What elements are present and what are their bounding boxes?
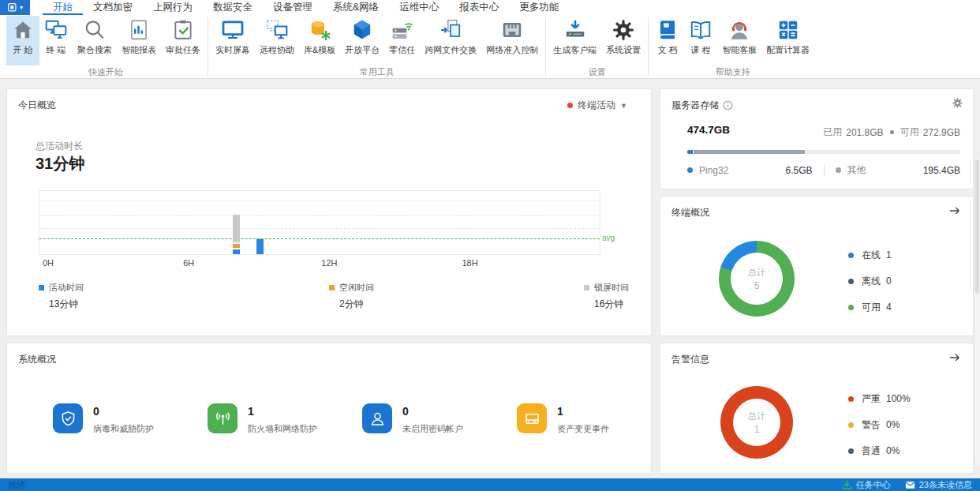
ribbon-button[interactable]: 智能报表 [117,16,161,66]
download-task-icon [842,480,852,490]
support-icon [728,18,751,42]
ribbon-button[interactable]: 课 程 [684,16,717,66]
ribbon-button[interactable]: 配置计算器 [761,16,814,66]
storage-total: 474.7GB [687,124,730,136]
content-area: 今日概览 终端活动 ▼ 总活动时长 31分钟 avg 0H6H12H18H 活动… [0,79,980,478]
legend-dot-icon [687,167,693,173]
ribbon-button[interactable]: 终 端 [39,16,73,66]
system-item[interactable]: 0病毒和威胁防护 [53,403,208,435]
x-tick-label: 0H [43,258,54,268]
storage-detail-value: 195.4GB [923,165,960,176]
ribbon-button-label: 课 程 [691,44,711,56]
bar-segment [233,215,240,242]
file-exchange-icon [439,18,462,42]
menu-tab[interactable]: 系统&网络 [323,0,389,15]
used-label: 已用 [823,126,842,139]
ribbon-button-label: 零信任 [389,44,415,56]
ribbon-separator [545,17,546,76]
ribbon-button[interactable]: 实时屏幕 [211,16,255,66]
ribbon-button-label: 审批任务 [166,44,200,56]
menu-tab[interactable]: 报表中心 [449,0,509,15]
storage-detail-name: 其他 [847,163,866,177]
menu-tab[interactable]: 开始 [43,0,83,15]
arrow-right-icon[interactable] [948,204,962,217]
activity-legend: 活动时间13分钟空闲时间2分钟锁屏时间16分钟 [7,282,651,321]
legend-label: 锁屏时间 [594,283,629,292]
menu-tab[interactable]: 更多功能 [509,0,569,15]
ribbon-button[interactable]: 库&模板 [299,16,340,66]
menu-tab[interactable]: 上网行为 [143,0,203,15]
donut-center: 总计 5 [731,253,783,305]
ribbon-button-row: 文 档课 程智能客服配置计算器 [651,15,814,66]
user-icon [362,403,392,433]
client-gen-icon [563,18,587,42]
arrow-right-icon[interactable] [948,351,962,364]
terminal-icon [44,18,68,42]
legend-item: 警告0% [848,417,911,433]
ribbon-button-label: 文 档 [658,44,678,56]
menu-tab[interactable]: 文档加密 [83,0,143,15]
activity-filter-dropdown[interactable]: 终端活动 ▼ [567,99,627,112]
legend-value: 0% [886,445,900,456]
activity-xticks: 0H6H12H18H [39,258,600,269]
free-value: 272.9GB [923,127,960,138]
screen-icon [221,18,245,42]
system-item-label: 防火墙和网络防护 [248,423,317,435]
storage-usage-summary: 已用 201.8GB 可用 272.9GB [823,126,960,139]
system-item[interactable]: 1防火墙和网络防护 [208,403,362,435]
server-storage-card: 服务器存储 474.7GB 已用 201.8GB 可用 272.9GB Ping… [660,88,974,189]
system-item-label: 资产变更事件 [557,423,609,435]
system-item[interactable]: 1资产变更事件 [517,403,671,435]
menu-tab[interactable]: 设备管理 [263,0,323,15]
legend-item: 严重100% [848,391,911,407]
legend-label: 在线 [862,249,881,262]
chart-bar [233,191,240,254]
ribbon-button[interactable]: 跨网文件交换 [420,16,481,66]
ribbon-button[interactable]: 远程协助 [255,16,299,66]
asset-icon [524,410,540,427]
activity-plot [39,190,600,255]
ribbon-button-row: 实时屏幕远程协助库&模板开放平台零信任跨网文件交换网络准入控制 [211,15,543,66]
ribbon-button-label: 智能客服 [722,44,757,56]
zerotrust-icon [391,18,414,42]
menu-tab[interactable]: 数据安全 [203,0,263,15]
app-logo-button[interactable]: ▾ [0,0,30,15]
dot-separator-icon [890,130,894,134]
storage-segment [687,150,693,154]
menu-tab[interactable]: 运维中心 [389,0,449,15]
card-title-text: 服务器存储 [671,99,719,112]
ribbon-button[interactable]: 零信任 [384,16,420,66]
ribbon-button[interactable]: 文 档 [651,16,684,66]
legend-value: 16分钟 [594,298,629,311]
statusbar-right: 任务中心 23条未读信息 [842,479,972,491]
avg-line-label: avg [602,234,615,242]
ribbon-button[interactable]: 网络准入控制 [481,16,543,66]
ribbon-button[interactable]: 开 始 [6,16,39,66]
storage-settings-gear-icon[interactable] [952,97,963,109]
ribbon-group: 生成客户端系统设置设置 [548,15,645,78]
ribbon-button[interactable]: 聚合搜索 [73,16,117,66]
vertical-scrollbar[interactable] [974,158,980,466]
system-item[interactable]: 0未启用密码帐户 [362,403,517,435]
unread-messages-button[interactable]: 23条未读信息 [905,479,972,491]
legend-value: 13分钟 [49,298,84,311]
scrollbar-thumb[interactable] [975,159,979,294]
firewall-icon [208,403,238,433]
ribbon-button[interactable]: 审批任务 [161,16,205,66]
legend-label: 可用 [862,301,881,314]
ribbon-button[interactable]: 开放平台 [340,16,384,66]
x-tick-label: 12H [321,258,337,268]
info-icon[interactable] [723,100,733,111]
task-center-button[interactable]: 任务中心 [842,479,891,491]
ribbon-button[interactable]: 生成客户端 [548,16,601,66]
unread-label: 23条未读信息 [919,479,972,491]
ribbon-button[interactable]: 智能客服 [717,16,761,66]
ribbon-button[interactable]: 系统设置 [601,16,645,66]
legend-label: 警告 [862,418,881,432]
ribbon: 开 始终 端聚合搜索智能报表审批任务快速开始实时屏幕远程协助库&模板开放平台零信… [0,15,980,79]
legend-dot-icon [848,396,854,402]
mail-icon [905,480,915,490]
legend-item: 普通0% [848,443,911,459]
alert-donut-chart: 总计 1 [720,386,793,459]
system-item-value: 1 [557,405,609,418]
